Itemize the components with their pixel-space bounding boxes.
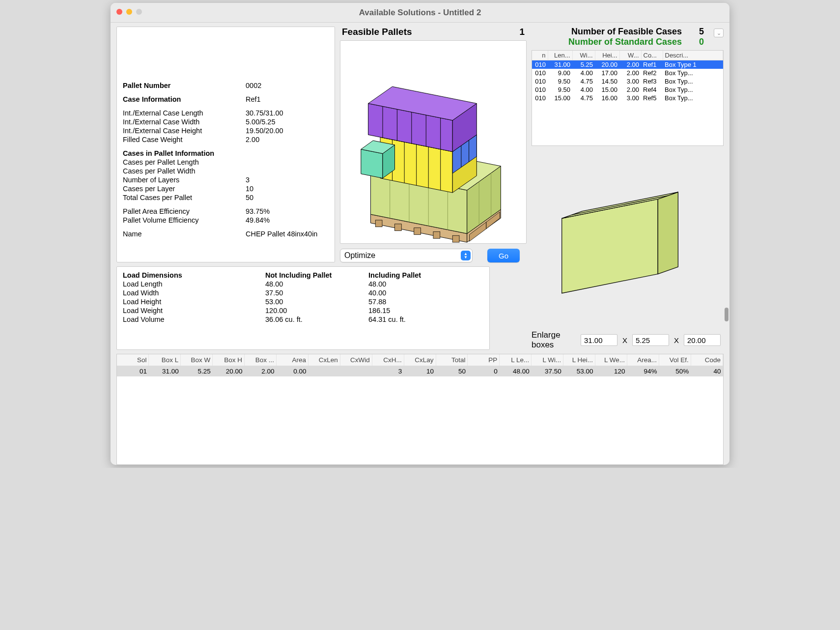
case-width-label: Int./External Case Width — [123, 117, 246, 126]
solutions-col-5[interactable]: Area — [277, 354, 308, 366]
vol-eff-label: Pallet Volume Efficiency — [123, 216, 246, 225]
load-volume-a: 36.06 cu. ft. — [265, 315, 368, 324]
cases-in-pallet-label: Cases in Pallet Information — [123, 149, 214, 157]
solutions-col-17[interactable]: Vol Ef. — [659, 354, 691, 366]
load-dim-heading: Load Dimensions — [123, 271, 265, 280]
table-row[interactable]: 0109.504.0015.002.00Ref4Box Typ... — [532, 86, 723, 94]
load-volume-label: Load Volume — [123, 315, 265, 324]
chevron-down-icon[interactable]: ⌄ — [714, 29, 724, 37]
case-length-label: Int./External Case Length — [123, 109, 246, 117]
svg-marker-30 — [361, 149, 383, 178]
svg-marker-42 — [658, 192, 678, 274]
enlarge-height-input[interactable] — [684, 334, 721, 346]
cases-col-hei[interactable]: Hei... — [595, 51, 619, 60]
pallet-3d-view[interactable] — [340, 40, 527, 244]
solutions-col-2[interactable]: Box W — [181, 354, 213, 366]
load-weight-a: 120.00 — [265, 306, 368, 315]
load-width-a: 37.50 — [265, 288, 368, 297]
cases-col-len[interactable]: Len... — [548, 51, 572, 60]
optimize-select[interactable]: Optimize ▲▼ — [340, 249, 473, 262]
cases-col-code[interactable]: Co... — [641, 51, 663, 60]
svg-rect-7 — [452, 235, 459, 242]
load-height-b: 57.88 — [368, 297, 386, 306]
pallet-name-label: Name — [123, 229, 246, 238]
table-row[interactable]: 01015.004.7516.003.00Ref5Box Typ... — [532, 94, 723, 102]
load-length-a: 48.00 — [265, 280, 368, 288]
case-weight-label: Filled Case Weight — [123, 135, 246, 144]
pallet-info-panel: Pallet Number0002 Case InformationRef1 I… — [116, 27, 335, 262]
pallet-number-label: Pallet Number — [123, 82, 171, 89]
cases-per-width-label: Cases per Pallet Width — [123, 167, 246, 175]
close-icon[interactable] — [116, 9, 122, 15]
svg-rect-5 — [414, 228, 421, 235]
standard-cases-count: 0 — [689, 37, 704, 47]
case-height-value: 19.50/20.00 — [246, 126, 283, 135]
window-title: Available Solutions - Untitled 2 — [359, 8, 481, 18]
solutions-col-0[interactable]: Sol — [117, 354, 149, 366]
load-width-b: 40.00 — [368, 288, 386, 297]
solutions-col-14[interactable]: L Hei... — [563, 354, 595, 366]
cases-col-n[interactable]: n — [532, 51, 548, 60]
case-weight-value: 2.00 — [246, 135, 259, 144]
solutions-col-4[interactable]: Box ... — [245, 354, 277, 366]
solutions-col-1[interactable]: Box L — [149, 354, 181, 366]
select-arrows-icon: ▲▼ — [461, 251, 471, 260]
solutions-col-18[interactable]: Code — [691, 354, 723, 366]
pallet-number-value: 0002 — [246, 81, 261, 90]
times-label-2: X — [674, 336, 679, 344]
solutions-col-10[interactable]: Total — [436, 354, 468, 366]
solutions-col-13[interactable]: L Wi... — [532, 354, 563, 366]
cases-col-desc[interactable]: Descri... — [663, 51, 723, 60]
area-eff-label: Pallet Area Efficiency — [123, 207, 246, 216]
solutions-col-3[interactable]: Box H — [213, 354, 245, 366]
not-incl-heading: Not Including Pallet — [265, 271, 368, 280]
table-row[interactable]: 0109.004.0017.002.00Ref2Box Typ... — [532, 69, 723, 77]
feasible-cases-label: Number of Feasible Cases — [571, 27, 682, 36]
solutions-col-6[interactable]: CxLen — [308, 354, 340, 366]
incl-heading: Including Pallet — [368, 271, 421, 280]
box-3d-view[interactable] — [532, 151, 724, 326]
svg-rect-6 — [433, 231, 440, 238]
load-length-label: Load Length — [123, 280, 265, 288]
cases-per-layer-label: Cases per Layer — [123, 184, 246, 193]
layers-value: 3 — [246, 175, 250, 184]
scrollbar-thumb[interactable] — [725, 308, 728, 321]
go-button[interactable]: Go — [487, 249, 520, 262]
load-height-a: 53.00 — [265, 297, 368, 306]
load-length-b: 48.00 — [368, 280, 386, 288]
vol-eff-value: 49.84% — [246, 216, 270, 225]
case-height-label: Int./External Case Height — [123, 126, 246, 135]
pallet-name-value: CHEP Pallet 48inx40in — [246, 229, 317, 238]
cases-col-wid[interactable]: Wi... — [572, 51, 595, 60]
titlebar: Available Solutions - Untitled 2 — [111, 3, 729, 23]
solutions-col-16[interactable]: Area... — [627, 354, 659, 366]
table-row[interactable]: 01031.005.2520.002.00Ref1Box Type 1 — [532, 60, 723, 69]
zoom-icon[interactable] — [136, 9, 142, 15]
svg-rect-3 — [375, 220, 382, 227]
table-row[interactable]: 0131.005.2520.002.000.0031050048.0037.50… — [117, 366, 723, 377]
minimize-icon[interactable] — [126, 9, 132, 15]
table-row[interactable]: 0109.504.7514.503.00Ref3Box Typ... — [532, 77, 723, 86]
times-label-1: X — [622, 336, 627, 344]
total-cases-value: 50 — [246, 193, 253, 202]
solutions-col-8[interactable]: CxH... — [372, 354, 404, 366]
solutions-col-7[interactable]: CxWid — [340, 354, 372, 366]
load-weight-label: Load Weight — [123, 306, 265, 315]
area-eff-value: 93.75% — [246, 207, 270, 216]
solutions-table[interactable]: SolBox LBox WBox HBox ...AreaCxLenCxWidC… — [116, 354, 724, 465]
load-volume-b: 64.31 cu. ft. — [368, 315, 406, 324]
solutions-col-15[interactable]: L We... — [595, 354, 627, 366]
enlarge-boxes-label: Enlarge boxes — [532, 330, 574, 350]
cases-col-w[interactable]: W... — [619, 51, 641, 60]
cases-table[interactable]: n Len... Wi... Hei... W... Co... Descri.… — [532, 50, 724, 146]
layers-label: Number of Layers — [123, 175, 246, 184]
solutions-col-9[interactable]: CxLay — [404, 354, 436, 366]
solutions-col-12[interactable]: L Le... — [500, 354, 532, 366]
standard-cases-label: Number of Standard Cases — [568, 37, 682, 47]
case-width-value: 5.00/5.25 — [246, 117, 275, 126]
feasible-pallets-count: 1 — [519, 27, 525, 37]
enlarge-width-input[interactable] — [632, 334, 669, 346]
load-width-label: Load Width — [123, 288, 265, 297]
solutions-col-11[interactable]: PP — [468, 354, 500, 366]
enlarge-length-input[interactable] — [581, 334, 617, 346]
